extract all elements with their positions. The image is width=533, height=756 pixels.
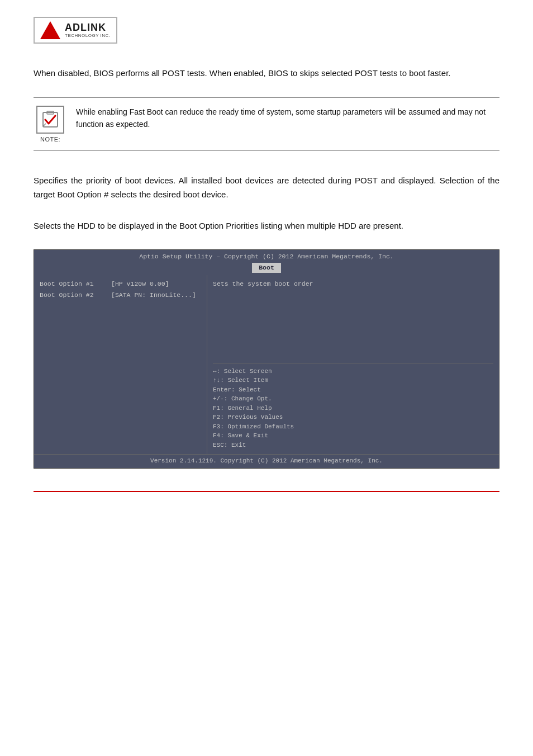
bios-key-f3: F3: Optimized Defaults (213, 422, 493, 432)
bios-tab-boot[interactable]: Boot (252, 263, 281, 273)
bios-content: Boot Option #1 [HP v120w 0.00] Boot Opti… (34, 275, 499, 454)
checkmark-icon (40, 110, 60, 130)
note-box: NOTE: While enabling Fast Boot can reduc… (34, 97, 499, 151)
logo-triangle-icon (40, 21, 60, 39)
logo-adlink-text: ADLINK (65, 22, 111, 34)
bios-option-1[interactable]: Boot Option #1 [HP v120w 0.00] (40, 280, 201, 289)
logo: ADLINK TECHNOLOGY INC. (34, 17, 117, 44)
bios-key-f4: F4: Save & Exit (213, 431, 493, 441)
bios-option-2-label: Boot Option #2 (40, 291, 107, 300)
bios-footer: Version 2.14.1219. Copyright (C) 2012 Am… (34, 454, 499, 468)
bios-screenshot: Aptio Setup Utility – Copyright (C) 2012… (34, 249, 499, 469)
section3-text: Selects the HDD to be displayed in the B… (34, 219, 499, 233)
bios-key-select-screen: ↔: Select Screen (213, 367, 493, 376)
bios-option-2-value: [SATA PN: InnoLite...] (111, 291, 196, 300)
logo-subtitle-text: TECHNOLOGY INC. (65, 34, 111, 39)
bios-tab-row: Boot (34, 263, 499, 273)
bios-left-panel: Boot Option #1 [HP v120w 0.00] Boot Opti… (34, 275, 207, 454)
bios-title: Aptio Setup Utility – Copyright (C) 2012… (34, 250, 499, 263)
bios-help-text: Sets the system boot order (213, 280, 493, 289)
bios-key-f1: F1: General Help (213, 404, 493, 413)
bios-right-panel: Sets the system boot order ↔: Select Scr… (207, 275, 499, 454)
bios-option-1-label: Boot Option #1 (40, 280, 107, 289)
bottom-divider (34, 491, 499, 492)
bios-key-select-item: ↑↓: Select Item (213, 376, 493, 385)
bios-option-1-value: [HP v120w 0.00] (111, 280, 169, 289)
section2-text: Specifies the priority of boot devices. … (34, 173, 499, 202)
header: ADLINK TECHNOLOGY INC. (34, 17, 499, 44)
note-icon (36, 106, 64, 134)
bios-key-change-opt: +/-: Change Opt. (213, 394, 493, 404)
bios-key-esc: ESC: Exit (213, 441, 493, 450)
note-label: NOTE: (40, 136, 60, 143)
bios-divider (213, 363, 493, 363)
bios-key-enter: Enter: Select (213, 385, 493, 395)
bios-option-2[interactable]: Boot Option #2 [SATA PN: InnoLite...] (40, 291, 201, 300)
bios-key-f2: F2: Previous Values (213, 413, 493, 422)
section1-text: When disabled, BIOS performs all POST te… (34, 66, 499, 81)
note-text: While enabling Fast Boot can reduce the … (76, 106, 499, 131)
bios-keys: ↔: Select Screen ↑↓: Select Item Enter: … (213, 367, 493, 450)
